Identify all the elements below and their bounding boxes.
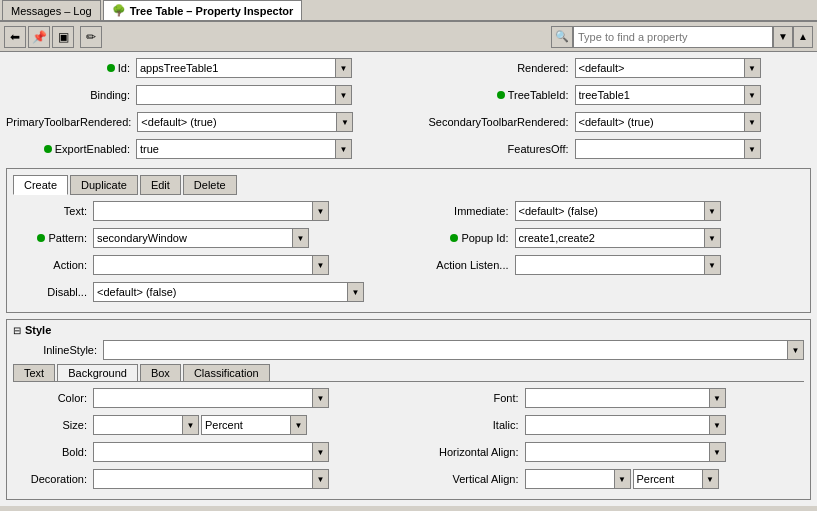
horiz-align-select[interactable]	[525, 442, 710, 462]
bold-dropdown[interactable]: ▼	[313, 442, 329, 462]
duplicate-tab[interactable]: Duplicate	[70, 175, 138, 195]
size-unit-select[interactable]: Percent	[201, 415, 291, 435]
color-row: Color: ▼	[13, 388, 403, 408]
collapse-icon[interactable]: ⊟	[13, 325, 21, 336]
size-input-dropdown[interactable]: ▼	[183, 415, 199, 435]
features-off-dropdown[interactable]: ▼	[745, 139, 761, 159]
style-title: Style	[25, 324, 51, 336]
pattern-select[interactable]: secondaryWindow	[93, 228, 293, 248]
pattern-dropdown[interactable]: ▼	[293, 228, 309, 248]
disabled-select[interactable]: <default> (false)	[93, 282, 348, 302]
secondary-toolbar-dropdown[interactable]: ▼	[745, 112, 761, 132]
export-enabled-select[interactable]: true	[136, 139, 336, 159]
binding-input[interactable]	[136, 85, 336, 105]
vert-align-unit-dropdown[interactable]: ▼	[703, 469, 719, 489]
vert-align-input[interactable]	[525, 469, 615, 489]
edit-tab[interactable]: Edit	[140, 175, 181, 195]
vert-align-input-dropdown[interactable]: ▼	[615, 469, 631, 489]
action-listen-label: Action Listen...	[415, 259, 515, 271]
secondary-toolbar-select[interactable]: <default> (true)	[575, 112, 745, 132]
box-subtab[interactable]: Box	[140, 364, 181, 381]
font-select[interactable]	[525, 388, 710, 408]
search-icon-button[interactable]: 🔍	[551, 26, 573, 48]
tree-table-label: Tree Table – Property Inspector	[130, 5, 294, 17]
search-prev-button[interactable]: ▼	[773, 26, 793, 48]
action-listen-dropdown[interactable]: ▼	[705, 255, 721, 275]
tab-tree-table[interactable]: 🌳 Tree Table – Property Inspector	[103, 0, 303, 20]
tab-messages-log[interactable]: Messages – Log	[2, 0, 101, 20]
inline-style-label: InlineStyle:	[13, 344, 103, 356]
export-enabled-row: ExportEnabled: true ▼	[6, 139, 403, 159]
search-input[interactable]	[573, 26, 773, 48]
background-subtab[interactable]: Background	[57, 364, 138, 381]
classification-subtab[interactable]: Classification	[183, 364, 270, 381]
bold-label: Bold:	[13, 446, 93, 458]
disabled-dropdown[interactable]: ▼	[348, 282, 364, 302]
bold-select[interactable]	[93, 442, 313, 462]
id-input[interactable]	[136, 58, 336, 78]
action-dropdown[interactable]: ▼	[313, 255, 329, 275]
size-input[interactable]	[93, 415, 183, 435]
messages-log-label: Messages – Log	[11, 5, 92, 17]
back-button[interactable]: ⬅	[4, 26, 26, 48]
popup-id-input[interactable]	[515, 228, 705, 248]
primary-toolbar-row: PrimaryToolbarRendered: <default> (true)…	[6, 112, 403, 132]
tree-icon: 🌳	[112, 4, 126, 17]
export-enabled-dropdown[interactable]: ▼	[336, 139, 352, 159]
popup-id-dropdown[interactable]: ▼	[705, 228, 721, 248]
action-input[interactable]	[93, 255, 313, 275]
immediate-dropdown[interactable]: ▼	[705, 201, 721, 221]
action-row: Action: ▼	[13, 255, 403, 275]
decoration-label: Decoration:	[13, 473, 93, 485]
action-tabs: Create Duplicate Edit Delete	[13, 175, 804, 195]
binding-dropdown[interactable]: ▼	[336, 85, 352, 105]
history-button[interactable]: ▣	[52, 26, 74, 48]
id-row: Id: ▼	[6, 58, 403, 78]
rendered-row: Rendered: <default> ▼	[415, 58, 812, 78]
horiz-align-row: Horizontal Align: ▼	[415, 442, 805, 462]
decoration-row: Decoration: ▼	[13, 469, 403, 489]
primary-toolbar-dropdown[interactable]: ▼	[337, 112, 353, 132]
search-next-button[interactable]: ▲	[793, 26, 813, 48]
immediate-select[interactable]: <default> (false)	[515, 201, 705, 221]
vert-align-unit-select[interactable]: Percent	[633, 469, 703, 489]
search-area: 🔍 ▼ ▲	[551, 26, 813, 48]
create-tab[interactable]: Create	[13, 175, 68, 195]
tree-table-id-label: TreeTableId:	[415, 89, 575, 101]
bold-row: Bold: ▼	[13, 442, 403, 462]
text-dropdown[interactable]: ▼	[313, 201, 329, 221]
italic-select[interactable]	[525, 415, 710, 435]
decoration-dropdown[interactable]: ▼	[313, 469, 329, 489]
text-input[interactable]	[93, 201, 313, 221]
style-sub-tabs: Text Background Box Classification	[13, 364, 804, 382]
action-listen-row: Action Listen... ▼	[415, 255, 805, 275]
decoration-select[interactable]	[93, 469, 313, 489]
edit-button[interactable]: ✏	[80, 26, 102, 48]
horiz-align-dropdown[interactable]: ▼	[710, 442, 726, 462]
color-label: Color:	[13, 392, 93, 404]
features-off-row: FeaturesOff: ▼	[415, 139, 812, 159]
style-section: ⊟ Style InlineStyle: ▼ Text Background B…	[6, 319, 811, 500]
rendered-dropdown[interactable]: ▼	[745, 58, 761, 78]
size-unit-dropdown[interactable]: ▼	[291, 415, 307, 435]
action-listen-input[interactable]	[515, 255, 705, 275]
inline-style-dropdown[interactable]: ▼	[788, 340, 804, 360]
tree-table-id-input[interactable]	[575, 85, 745, 105]
inline-style-input[interactable]	[103, 340, 788, 360]
tree-table-id-row: TreeTableId: ▼	[415, 85, 812, 105]
binding-label: Binding:	[6, 89, 136, 101]
font-dropdown[interactable]: ▼	[710, 388, 726, 408]
vert-align-label: Vertical Align:	[415, 473, 525, 485]
features-off-input[interactable]	[575, 139, 745, 159]
rendered-select[interactable]: <default>	[575, 58, 745, 78]
primary-toolbar-select[interactable]: <default> (true)	[137, 112, 337, 132]
id-dropdown[interactable]: ▼	[336, 58, 352, 78]
tree-table-id-dropdown[interactable]: ▼	[745, 85, 761, 105]
color-input[interactable]	[93, 388, 313, 408]
text-subtab[interactable]: Text	[13, 364, 55, 381]
delete-tab[interactable]: Delete	[183, 175, 237, 195]
color-dropdown[interactable]: ▼	[313, 388, 329, 408]
pin-button[interactable]: 📌	[28, 26, 50, 48]
vert-align-row: Vertical Align: ▼ Percent ▼	[415, 469, 805, 489]
italic-dropdown[interactable]: ▼	[710, 415, 726, 435]
